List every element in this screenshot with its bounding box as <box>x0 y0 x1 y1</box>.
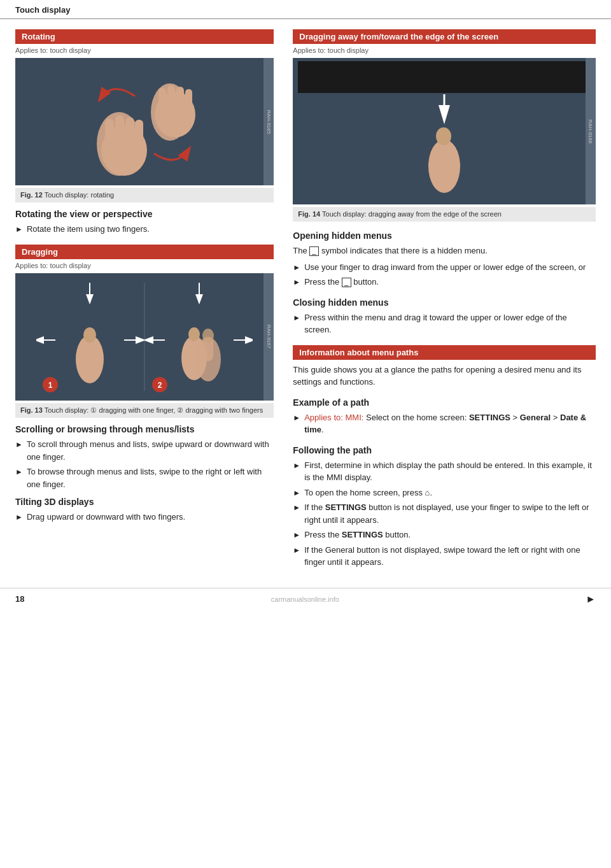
rotating-gesture-svg <box>36 61 253 182</box>
opening-hidden-desc: The ⎯ symbol indicates that there is a h… <box>293 245 596 257</box>
fig-id-rotating: RAH-9165 <box>263 58 274 185</box>
fig-id-dragging-edge: RAH-9168 <box>586 58 596 204</box>
bullet-arrow-icon: ► <box>293 262 300 273</box>
svg-point-39 <box>436 127 451 145</box>
svg-text:1: 1 <box>48 381 53 390</box>
opening-hidden-title: Opening hidden menus <box>293 231 596 241</box>
closing-hidden-section: Closing hidden menus ► Press within the … <box>293 297 596 336</box>
closing-hidden-title: Closing hidden menus <box>293 297 596 308</box>
bullet-arrow-icon: ► <box>293 544 300 556</box>
following-path-bullet-4: ► Press the SETTINGS button. <box>293 529 596 541</box>
following-path-bullet-2: ► To open the home screen, press ⌂. <box>293 487 596 499</box>
dragging-section: Dragging Applies to: touch display <box>15 245 274 523</box>
rotating-applies-to: Applies to: touch display <box>15 46 274 54</box>
page-title: Touch display <box>15 5 70 15</box>
example-path-title: Example of a path <box>293 397 596 408</box>
svg-point-5 <box>101 125 147 176</box>
rotating-section-title: Rotating the view or perspective <box>15 209 274 219</box>
rotating-figure: RAH-9165 <box>15 58 274 185</box>
dragging-edge-fig-label: Fig. 14 Touch display: dragging away fro… <box>293 207 596 222</box>
bullet-arrow-icon: ► <box>293 312 300 324</box>
svg-rect-34 <box>298 61 591 93</box>
bullet-arrow-icon: ► <box>15 439 23 450</box>
dragging-applies-to: Applies to: touch display <box>15 262 274 269</box>
following-path-bullet-1: ► First, determine in which display the … <box>293 459 596 484</box>
bullet-arrow-icon: ► <box>293 460 300 471</box>
bullet-arrow-icon: ► <box>15 466 23 478</box>
page-header: Touch display <box>0 0 611 19</box>
dragging-edge-figure: RAH-9168 <box>293 58 596 204</box>
bullet-arrow-icon: ► <box>293 529 300 541</box>
dragging-fig-label: Fig. 13 Touch display: ① dragging with o… <box>15 403 274 418</box>
info-menu-paths-section: Information about menu paths This guide … <box>293 345 596 388</box>
dragging-edge-header: Dragging away from/toward the edge of th… <box>293 29 596 44</box>
next-page-arrow: ► <box>586 594 596 605</box>
following-path-title: Following the path <box>293 445 596 455</box>
dragging-edge-section: Dragging away from/toward the edge of th… <box>293 29 596 222</box>
dragging-edge-svg <box>298 61 591 201</box>
following-path-section: Following the path ► First, determine in… <box>293 445 596 569</box>
watermark: carmanualsonline.info <box>271 595 339 603</box>
page-number: 18 <box>15 594 24 604</box>
left-column: Rotating Applies to: touch display <box>15 29 286 578</box>
scroll-bullet-1: ► To scroll through menus and lists, swi… <box>15 438 274 463</box>
menu-symbol-icon: ⎯ <box>309 246 319 256</box>
scrolling-section-title: Scrolling or browsing through menus/list… <box>15 424 274 434</box>
dragging-figure: 1 <box>15 273 274 401</box>
opening-hidden-bullet-2: ► Press the ⎯ button. <box>293 276 596 288</box>
bullet-arrow-icon: ► <box>293 487 300 499</box>
rotating-section: Rotating Applies to: touch display <box>15 29 274 236</box>
dragging-gesture-svg: 1 <box>36 276 253 397</box>
info-menu-paths-header: Information about menu paths <box>293 345 596 360</box>
bullet-arrow-icon: ► <box>15 224 23 235</box>
main-content: Rotating Applies to: touch display <box>0 19 611 588</box>
rotating-fig-label: Fig. 12 Touch display: rotating <box>15 188 274 203</box>
following-path-bullet-3: ► If the SETTINGS button is not displaye… <box>293 501 596 526</box>
tilt-bullet-1: ► Drag upward or downward with two finge… <box>15 511 274 523</box>
page-footer: 18 carmanualsonline.info ► <box>0 588 611 610</box>
fig-id-dragging: RAH-9167 <box>263 273 274 401</box>
svg-text:2: 2 <box>158 381 162 390</box>
bullet-arrow-icon: ► <box>293 412 300 423</box>
example-path-bullet: ► Applies to: MMI: Select on the home sc… <box>293 411 596 436</box>
closing-hidden-bullet-1: ► Press within the menu and drag it towa… <box>293 311 596 336</box>
menu-symbol-inline-icon: ⎯ <box>342 278 351 287</box>
tilting-section-title: Tilting 3D displays <box>15 497 274 507</box>
example-path-section: Example of a path ► Applies to: MMI: Sel… <box>293 397 596 436</box>
dragging-header: Dragging <box>15 245 274 259</box>
opening-hidden-bullet-1: ► Use your finger to drag inward from th… <box>293 261 596 274</box>
dragging-edge-applies-to: Applies to: touch display <box>293 46 596 54</box>
svg-point-31 <box>202 329 214 343</box>
bullet-arrow-icon: ► <box>293 276 300 288</box>
info-menu-paths-desc: This guide shows you at a glance the pat… <box>293 364 596 388</box>
rotating-header: Rotating <box>15 29 274 44</box>
svg-point-28 <box>188 327 200 341</box>
right-column: Dragging away from/toward the edge of th… <box>286 29 596 578</box>
svg-point-18 <box>83 327 96 343</box>
bullet-arrow-icon: ► <box>293 502 300 513</box>
scroll-bullet-2: ► To browse through menus and lists, swi… <box>15 466 274 490</box>
rotating-bullet-1: ► Rotate the item using two fingers. <box>15 223 274 236</box>
opening-hidden-press-text: Press the ⎯ button. <box>304 276 596 288</box>
following-path-bullet-5: ► If the General button is not displayed… <box>293 544 596 569</box>
opening-hidden-section: Opening hidden menus The ⎯ symbol indica… <box>293 231 596 288</box>
svg-point-11 <box>155 92 195 138</box>
bullet-arrow-icon: ► <box>15 511 23 523</box>
